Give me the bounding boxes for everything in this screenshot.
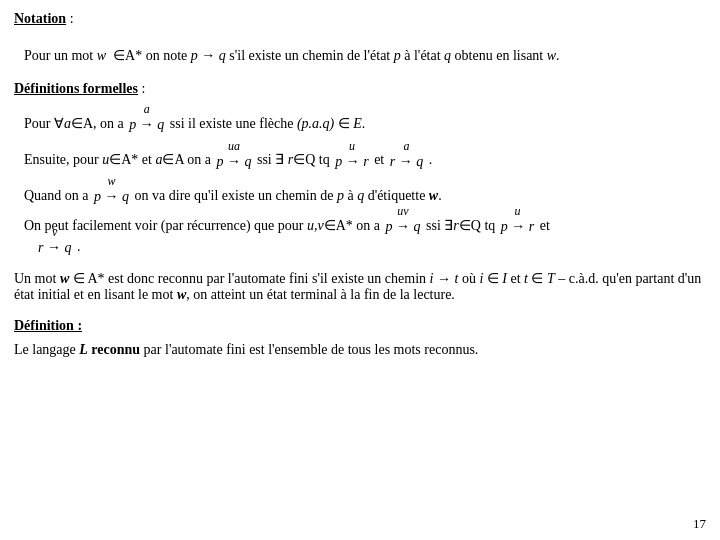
rec-p1: p xyxy=(386,219,393,234)
rec-arrow3: → xyxy=(47,239,61,255)
def-pour: Pour ∀a∈A, on a xyxy=(24,116,127,131)
page-number: 17 xyxy=(693,516,706,532)
rec-arrow2-block: u p → r xyxy=(501,218,534,235)
nota-w2: w xyxy=(547,48,556,63)
rec-et: et xyxy=(540,218,550,233)
rec-arrow2: → xyxy=(511,218,525,234)
def-quand-post: on va dire qu'il existe un chemin de p à… xyxy=(135,188,442,203)
rec-v-sup: v xyxy=(52,225,57,240)
def-arrow3: → xyxy=(346,153,360,169)
def-a-sup: a xyxy=(144,102,150,117)
mot-reconnu-section: Un mot w ∈ A* est donc reconnu par l'aut… xyxy=(14,270,706,303)
def-arrow3-block: u p → r xyxy=(335,153,368,170)
rec-arrow1: → xyxy=(396,218,410,234)
rec-arrow3-block: v r → q xyxy=(38,239,71,256)
def-reconnu: reconnu par l'automate fini est l'ensemb… xyxy=(88,342,479,357)
rec-arrow1-block: uv p → q xyxy=(386,218,421,235)
rec-line2: v r → q . xyxy=(36,239,706,256)
rec-end: . xyxy=(77,239,81,254)
def-q3: q xyxy=(416,154,423,169)
def-line1: Pour ∀a∈A, on a a p → q ssi il existe un… xyxy=(24,115,706,133)
rec-uv-sup: uv xyxy=(397,204,408,219)
def-formelles-section: Définitions formelles : Pour ∀a∈A, on a … xyxy=(14,78,706,205)
nota-q: q xyxy=(219,48,226,63)
definition-title: Définition : xyxy=(14,318,82,333)
def-arrow5: → xyxy=(105,188,119,204)
def-q4: q xyxy=(122,189,129,204)
definition-section: Définition : Le langage L reconnu par l'… xyxy=(14,315,706,358)
def-line2-end: . xyxy=(429,152,433,167)
def-p2: p xyxy=(216,154,223,169)
def-p5: p xyxy=(337,188,344,203)
def-w-sup3: w xyxy=(108,174,116,189)
nota-p: p xyxy=(191,48,198,63)
notation-w-italic: w xyxy=(97,48,106,63)
def-formelles-title: Définitions formelles xyxy=(14,81,138,96)
mot-t2: t xyxy=(524,271,528,286)
def-p1: p xyxy=(129,117,136,132)
def-line1-rest: ssi il existe une flèche (p.a.q) ∈ E. xyxy=(170,116,366,131)
def-reconnu-bold: reconnu xyxy=(91,342,140,357)
def-line2-ssi: ssi ∃ r∈Q tq xyxy=(257,152,333,167)
definition-body: Le langage L reconnu par l'automate fini… xyxy=(14,342,706,358)
mot-w2: w xyxy=(177,287,186,302)
def-formelles-colon: : xyxy=(138,81,145,96)
rec-r2: r xyxy=(529,219,534,234)
def-arrow4-block: a r → q xyxy=(390,153,423,170)
def-line3: Quand on a w p → q on va dire qu'il exis… xyxy=(24,188,706,205)
nota-q2: q xyxy=(444,48,451,63)
def-p3: p xyxy=(335,154,342,169)
notation-section: Notation : Pour un mot w ∈A* on note p →… xyxy=(14,8,706,66)
notation-title-line: Notation : xyxy=(14,8,706,29)
def-L: L xyxy=(79,342,88,357)
mot-t: t xyxy=(454,271,458,286)
def-q2: q xyxy=(244,154,251,169)
def-arrow2-block: ua p → q xyxy=(216,153,251,170)
rec-p2: p xyxy=(501,219,508,234)
def-formelles-title-line: Définitions formelles : xyxy=(14,78,706,99)
notation-title: Notation xyxy=(14,11,66,26)
def-r2: r xyxy=(363,154,368,169)
def-r-inQ: r xyxy=(288,152,293,167)
def-arrow2: → xyxy=(227,153,241,169)
nota-arrow: → xyxy=(201,47,215,63)
nota-p2: p xyxy=(394,48,401,63)
def-r3: r xyxy=(390,154,395,169)
def-a-sup2: a xyxy=(403,139,409,154)
def-paq: (p.a.q) xyxy=(297,116,334,131)
def-q1: q xyxy=(157,117,164,132)
mot-I: I xyxy=(502,271,507,286)
mot-i: i xyxy=(430,271,434,286)
def-quand-pre: Quand on a xyxy=(24,188,92,203)
rec-q2: q xyxy=(64,240,71,255)
def-arrow1-block: a p → q xyxy=(129,116,164,133)
notation-member: ∈A* on note p → q s'il existe un chemin … xyxy=(113,48,560,63)
def-w3: w xyxy=(429,188,438,203)
def-a2: a xyxy=(155,152,162,167)
rec-uv: u,v xyxy=(307,218,324,233)
mot-reconnu-text: Un mot w ∈ A* est donc reconnu par l'aut… xyxy=(14,270,706,303)
def-u-sup: u xyxy=(349,139,355,154)
def-E: E xyxy=(353,116,362,131)
def-arrow5-block: w p → q xyxy=(94,188,129,205)
notation-body: Pour un mot w ∈A* on note p → q s'il exi… xyxy=(24,45,706,66)
def-arrow1: → xyxy=(140,116,154,132)
def-ensuite-pre: Ensuite, pour u∈A* et a∈A on a xyxy=(24,152,214,167)
def-u: u xyxy=(102,152,109,167)
def-le-langage: Le langage xyxy=(14,342,79,357)
rec-pre: On peut facilement voir (par récurrence)… xyxy=(24,218,384,233)
mot-i2: i xyxy=(479,271,483,286)
rec-r3: r xyxy=(38,240,43,255)
recurrence-section: On peut facilement voir (par récurrence)… xyxy=(14,217,706,257)
rec-line1: On peut facilement voir (par récurrence)… xyxy=(24,217,706,235)
def-a: a xyxy=(64,116,71,131)
def-arrow4: → xyxy=(399,153,413,169)
rec-q1: q xyxy=(414,219,421,234)
def-q5: q xyxy=(357,188,364,203)
rec-r1: r xyxy=(453,218,458,233)
definition-title-line: Définition : xyxy=(14,315,706,336)
def-et: et xyxy=(374,152,388,167)
rec-u-sup: u xyxy=(515,204,521,219)
def-line2: Ensuite, pour u∈A* et a∈A on a ua p → q … xyxy=(24,151,706,169)
mot-T: T xyxy=(547,271,555,286)
